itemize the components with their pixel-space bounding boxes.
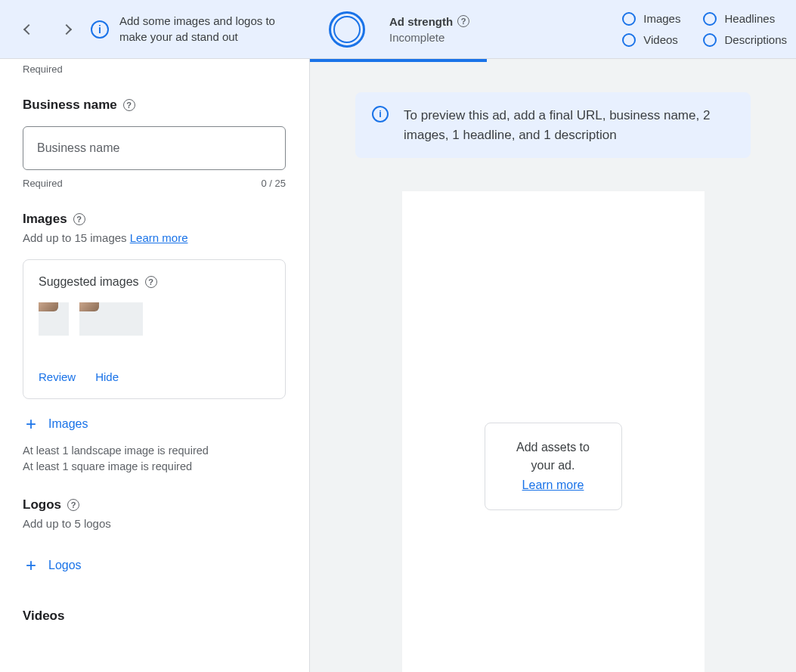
tip-text: Add some images and logos to make your a…: [119, 14, 290, 45]
tab-indicator: [310, 59, 487, 62]
business-name-counter: 0 / 25: [261, 178, 286, 189]
preview-info-banner: i To preview this ad, add a final URL, b…: [355, 92, 751, 158]
plus-icon: +: [23, 416, 39, 432]
help-icon[interactable]: ?: [73, 213, 85, 225]
radio-icon: [622, 12, 636, 26]
chevron-right-icon: [61, 23, 72, 34]
add-logos-button[interactable]: + Logos: [23, 557, 309, 574]
help-icon[interactable]: ?: [457, 15, 469, 27]
suggested-image-thumb[interactable]: [79, 302, 143, 336]
business-name-input[interactable]: [23, 126, 286, 170]
suggested-image-thumb[interactable]: [39, 302, 69, 336]
info-icon: i: [372, 106, 389, 122]
ad-strength-label: Ad strength ?: [389, 15, 469, 28]
business-name-required: Required: [23, 178, 63, 189]
ad-strength-meter: [329, 11, 365, 48]
radio-icon: [703, 12, 717, 26]
ad-strength-value: Incomplete: [389, 31, 469, 44]
images-title: Images ?: [23, 212, 309, 227]
plus-icon: +: [23, 557, 39, 574]
review-button[interactable]: Review: [39, 370, 76, 383]
images-learn-more-link[interactable]: Learn more: [130, 231, 188, 244]
radio-icon: [703, 33, 717, 47]
radio-icon: [622, 33, 636, 47]
check-headlines[interactable]: Headlines: [703, 12, 787, 26]
ad-preview-card: Add assets to your ad. Learn more: [402, 191, 705, 672]
preview-learn-more-link[interactable]: Learn more: [522, 476, 584, 494]
help-icon[interactable]: ?: [145, 276, 157, 288]
images-subtext: Add up to 15 images Learn more: [23, 231, 309, 244]
help-icon[interactable]: ?: [123, 99, 135, 111]
check-images[interactable]: Images: [622, 12, 680, 26]
preview-panel: i To preview this ad, add a final URL, b…: [310, 59, 796, 672]
form-panel: Required Business name ? Required 0 / 25…: [0, 59, 310, 672]
add-assets-prompt: Add assets to your ad. Learn more: [485, 423, 622, 510]
check-videos[interactable]: Videos: [622, 33, 680, 47]
required-label: Required: [23, 63, 309, 75]
business-name-title: Business name ?: [23, 98, 309, 113]
add-images-button[interactable]: + Images: [23, 416, 309, 432]
help-icon[interactable]: ?: [67, 499, 79, 511]
prev-tip-button[interactable]: [15, 16, 42, 43]
images-validation: At least 1 landscape image is required A…: [23, 443, 309, 475]
suggested-images-title: Suggested images ?: [39, 275, 270, 289]
hide-button[interactable]: Hide: [95, 370, 119, 383]
logos-subtext: Add up to 5 logos: [23, 517, 309, 530]
check-descriptions[interactable]: Descriptions: [703, 33, 787, 47]
preview-banner-text: To preview this ad, add a final URL, bus…: [404, 106, 734, 144]
next-tip-button[interactable]: [53, 16, 80, 43]
info-icon: i: [91, 20, 109, 39]
logos-title: Logos ?: [23, 497, 309, 513]
suggested-images-card: Suggested images ? Review Hide: [23, 259, 286, 399]
videos-title: Videos: [23, 609, 309, 624]
chevron-left-icon: [23, 23, 34, 34]
